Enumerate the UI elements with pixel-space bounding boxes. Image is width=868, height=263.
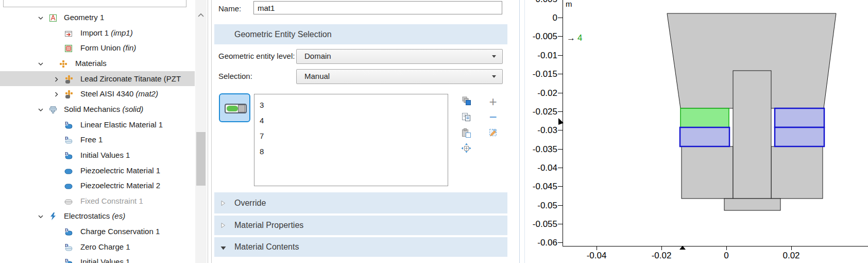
tree-item-label: Charge Conservation 1 <box>80 224 160 239</box>
graphics-canvas[interactable]: 0.0050-0.005-0.01-0.015-0.02-0.025-0.03-… <box>519 0 868 263</box>
chevron-right-icon[interactable] <box>52 89 61 98</box>
domain-4-hovered[interactable] <box>680 108 729 127</box>
tree-item-piezoelectric-material-2[interactable]: Piezoelectric Material 2 <box>0 178 195 193</box>
create-selection-button[interactable] <box>461 96 471 106</box>
chevron-down-icon[interactable] <box>36 104 45 113</box>
scroll-up-icon[interactable] <box>196 10 206 21</box>
domain-8-selected[interactable] <box>775 127 824 146</box>
name-label: Name: <box>218 2 241 15</box>
tree-item-label: Electrostatics (es) <box>64 208 125 223</box>
y-axis-tick-label: -0.005 <box>533 31 557 41</box>
domain-3-selected[interactable] <box>680 127 729 146</box>
model-builder-panel: Geometry 1Import 1 (imp1)Form Union (fin… <box>0 0 195 263</box>
chevron-right-icon[interactable] <box>220 200 226 209</box>
selection-mode-select[interactable]: Manual <box>296 69 503 84</box>
geometric-entity-level-label: Geometric entity level: <box>218 49 295 63</box>
copy-selection-button[interactable] <box>461 112 471 122</box>
svg-text:D: D <box>65 121 69 126</box>
name-input[interactable] <box>253 1 502 14</box>
bolt-shaft[interactable] <box>733 71 771 199</box>
x-axis-tick-label: -0.02 <box>652 251 672 260</box>
material-icon <box>64 74 73 83</box>
tree-item-label: Piezoelectric Material 2 <box>80 178 160 193</box>
tree-item-label: Geometry 1 <box>64 10 104 25</box>
tree-item-free-1[interactable]: DFree 1 <box>0 132 195 147</box>
remove-from-selection-button[interactable]: − <box>486 110 500 124</box>
selection-list-item[interactable]: 4 <box>260 113 435 128</box>
node-d-blue-icon: D <box>64 226 73 236</box>
section-title: Geometric Entity Selection <box>234 24 332 44</box>
node-blue-icon <box>64 180 73 190</box>
node-gray-icon <box>64 196 73 205</box>
clear-selection-button[interactable] <box>488 127 498 138</box>
front-mass-left[interactable] <box>682 146 733 199</box>
chevron-right-icon[interactable] <box>220 222 226 231</box>
tree-item-lead-zirconate-titanate-pzt[interactable]: Lead Zirconate Titanate (PZT <box>0 71 195 86</box>
tree-item-label: Linear Elastic Material 1 <box>80 117 163 132</box>
tree-item-zero-charge-1[interactable]: DZero Charge 1 <box>0 239 195 254</box>
svg-text:D: D <box>65 227 69 233</box>
y-axis-tick-label: 0.005 <box>535 0 557 4</box>
scrollbar-thumb[interactable] <box>196 132 206 186</box>
tree-item-piezoelectric-material-1[interactable]: Piezoelectric Material 1 <box>0 163 195 178</box>
selection-label: Selection: <box>218 69 252 83</box>
model-builder-filter-field[interactable] <box>3 0 186 7</box>
selection-list-item[interactable]: 8 <box>260 144 435 159</box>
section-title: Material Contents <box>234 237 299 257</box>
section-override[interactable]: Override <box>214 192 507 213</box>
chevron-down-icon[interactable] <box>36 211 45 220</box>
tree-item-import-1[interactable]: Import 1 (imp1) <box>0 25 195 40</box>
svg-text:D: D <box>65 243 69 248</box>
x-axis-tick-label: 0.02 <box>782 251 799 260</box>
domain-7-selected[interactable] <box>775 108 824 127</box>
paste-selection-button[interactable] <box>461 128 471 138</box>
section-material-contents[interactable]: Material Contents <box>214 237 507 257</box>
node-blue-icon <box>64 166 73 175</box>
tree-item-label: Initial Values 1 <box>80 254 130 263</box>
active-selection-toggle[interactable] <box>219 93 250 122</box>
materials-icon <box>59 58 68 68</box>
x-axis-tick-label: 0 <box>724 251 728 260</box>
section-geometric-entity-selection[interactable]: Geometric Entity Selection <box>214 24 507 44</box>
selection-list-item[interactable]: 7 <box>260 128 435 144</box>
chevron-down-icon[interactable] <box>36 12 45 22</box>
chevron-down-icon[interactable] <box>220 244 227 253</box>
comsol-window: Geometry 1Import 1 (imp1)Form Union (fin… <box>0 0 868 263</box>
hover-annotation-number: 4 <box>577 33 582 43</box>
tree-item-form-union[interactable]: Form Union (fin) <box>0 40 195 55</box>
tree-item-fixed-constraint-1[interactable]: Fixed Constraint 1 <box>0 193 195 208</box>
tree-item-materials[interactable]: Materials <box>0 56 195 71</box>
bolt-head[interactable] <box>724 199 780 210</box>
front-mass-right[interactable] <box>771 146 823 199</box>
tree-item-label: Initial Values 1 <box>80 147 130 162</box>
tree-item-charge-conservation-1[interactable]: DCharge Conservation 1 <box>0 224 195 239</box>
section-material-properties[interactable]: Material Properties <box>214 216 507 235</box>
tree-item-electrostatics[interactable]: Electrostatics (es) <box>0 208 195 223</box>
chevron-down-icon[interactable] <box>36 58 45 68</box>
selection-list-item[interactable]: 3 <box>260 97 435 113</box>
y-axis-tick-label: -0.04 <box>537 163 557 173</box>
tree-item-geometry-1[interactable]: Geometry 1 <box>0 10 195 25</box>
tree-item-label: Zero Charge 1 <box>80 239 130 254</box>
panel-divider <box>211 0 212 263</box>
section-title: Override <box>234 192 266 213</box>
tree-item-linear-elastic-material-1[interactable]: DLinear Elastic Material 1 <box>0 117 195 132</box>
geometry-icon <box>48 12 58 22</box>
tree-item-initial-values-1[interactable]: DInitial Values 1 <box>0 254 195 263</box>
y-axis-tick-label: -0.02 <box>537 88 557 98</box>
y-axis-tick-label: -0.055 <box>533 219 557 229</box>
model-builder-scrollbar[interactable] <box>195 0 207 263</box>
node-d-blue-icon: D <box>64 257 73 263</box>
node-d-blue-icon: D <box>64 120 73 129</box>
selection-list[interactable]: 3478 <box>254 94 448 186</box>
add-to-selection-button[interactable]: + <box>486 95 500 108</box>
graphics-panel[interactable]: 0.0050-0.005-0.01-0.015-0.02-0.025-0.03-… <box>519 0 868 263</box>
zoom-to-selection-button[interactable] <box>461 143 471 153</box>
tree-item-steel-aisi-4340[interactable]: Steel AISI 4340 (mat2) <box>0 86 195 101</box>
tree-item-initial-values-1[interactable]: DInitial Values 1 <box>0 147 195 162</box>
tree-item-solid-mechanics[interactable]: Solid Mechanics (solid) <box>0 102 195 117</box>
chevron-right-icon[interactable] <box>52 74 61 83</box>
form-union-icon <box>64 43 73 52</box>
geometric-entity-level-select[interactable]: Domain <box>296 49 503 64</box>
y-axis-tick-label: -0.06 <box>537 238 557 248</box>
